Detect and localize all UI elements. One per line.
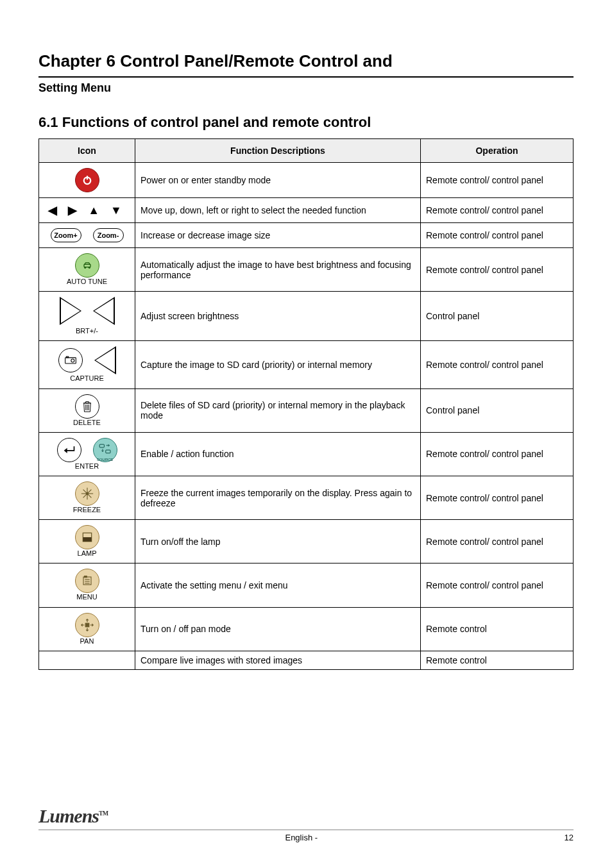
op-cell: Remote control: [421, 607, 574, 651]
autotune-label: AUTO TUNE: [42, 278, 132, 286]
op-cell: Remote control/ control panel: [421, 223, 574, 248]
func-cell: Increase or decrease image size: [135, 223, 421, 248]
icon-cell-lamp: LAMP: [39, 520, 135, 563]
op-cell: Remote control/ control panel: [421, 163, 574, 198]
chapter-title: Chapter 6 Control Panel/Remote Control a…: [38, 51, 574, 71]
op-cell: Remote control/ control panel: [421, 563, 574, 607]
func-cell: Capture the image to SD card (priority) …: [135, 341, 421, 388]
lamp-icon: [75, 525, 99, 549]
logo-text: Lumens: [38, 805, 99, 826]
icon-cell-enter: SOURCE ENTER: [39, 432, 135, 476]
svg-point-4: [89, 267, 90, 268]
func-cell: Compare live images with stored images: [135, 651, 421, 669]
svg-rect-21: [84, 576, 87, 578]
footer-rule: [38, 830, 574, 830]
col-operation: Operation: [421, 139, 574, 163]
icon-cell-power: [39, 163, 135, 198]
lamp-label: LAMP: [42, 549, 132, 558]
brightness-plus-icon: ☀: [60, 297, 81, 325]
op-cell: Remote control/ control panel: [421, 520, 574, 563]
func-cell: Adjust screen brightness: [135, 292, 421, 341]
enter-source-sub: SOURCE: [97, 458, 114, 462]
table-row: FREEZE Freeze the current images tempora…: [39, 476, 574, 519]
op-cell: Remote control: [421, 651, 574, 669]
func-cell: Turn on/off the lamp: [135, 520, 421, 563]
func-cell: Freeze the current images temporarily on…: [135, 476, 421, 519]
svg-rect-19: [83, 537, 91, 542]
icon-cell-arrows: ◀ ▶ ▲ ▼: [39, 198, 135, 223]
pan-icon: [75, 613, 99, 637]
capture-label: CAPTURE: [42, 374, 132, 383]
table-row: Power on or enter standby mode Remote co…: [39, 163, 574, 198]
chapter-rule: [38, 76, 574, 78]
brt-label: BRT+/-: [42, 327, 132, 335]
table-row: Compare live images with stored images R…: [39, 651, 574, 669]
table-row: Zoom+ Zoom- Increase or decrease image s…: [39, 223, 574, 248]
op-cell: Remote control/ control panel: [421, 341, 574, 388]
icon-cell-capture: 📷 CAPTURE: [39, 341, 135, 388]
freeze-label: FREEZE: [42, 506, 132, 514]
icon-cell-pan: PAN: [39, 607, 135, 651]
power-icon: [75, 168, 99, 192]
capture-circle-icon: [58, 348, 83, 372]
svg-point-6: [71, 359, 74, 362]
zoom-minus-icon: Zoom-: [93, 228, 124, 242]
enter-source-icon: SOURCE: [93, 438, 117, 462]
col-function: Function Descriptions: [135, 139, 421, 163]
svg-rect-11: [99, 444, 104, 447]
table-row: LAMP Turn on/off the lamp Remote control…: [39, 520, 574, 563]
svg-point-17: [86, 492, 89, 495]
svg-point-3: [84, 267, 85, 268]
arrow-icons: ◀ ▶ ▲ ▼: [48, 204, 126, 217]
op-cell: Control panel: [421, 292, 574, 341]
table-row: ☀ ☼ BRT+/- Adjust screen brightness Cont…: [39, 292, 574, 341]
table-row: PAN Turn on / off pan mode Remote contro…: [39, 607, 574, 651]
col-icon: Icon: [39, 139, 135, 163]
func-cell: Turn on / off pan mode: [135, 607, 421, 651]
icon-cell-zoom: Zoom+ Zoom-: [39, 223, 135, 248]
table-header-row: Icon Function Descriptions Operation: [39, 139, 574, 163]
menu-label: MENU: [42, 593, 132, 601]
lumens-logo: LumensTM: [38, 805, 108, 827]
table-row: ◀ ▶ ▲ ▼ Move up, down, left or right to …: [39, 198, 574, 223]
icon-cell-pbp: [39, 651, 135, 669]
func-cell: Delete files of SD card (priority) or in…: [135, 388, 421, 432]
op-cell: Control panel: [421, 388, 574, 432]
logo-tm: TM: [99, 810, 108, 817]
icon-cell-menu: MENU: [39, 563, 135, 607]
op-cell: Remote control/ control panel: [421, 432, 574, 476]
capture-triangle-icon: 📷: [94, 346, 116, 374]
pan-label: PAN: [42, 637, 132, 646]
snowflake-icon: [75, 481, 99, 506]
svg-rect-25: [85, 623, 89, 627]
brightness-minus-icon: ☼: [93, 297, 115, 325]
icon-cell-autotune: AUTO TUNE: [39, 248, 135, 292]
chapter-subtitle-row: Setting Menu: [38, 81, 574, 95]
op-cell: Remote control/ control panel: [421, 248, 574, 292]
func-cell: Enable / action function: [135, 432, 421, 476]
section-title: 6.1 Functions of control panel and remot…: [38, 114, 574, 131]
svg-rect-12: [105, 450, 110, 453]
zoom-plus-icon: Zoom+: [51, 228, 81, 242]
op-cell: Remote control/ control panel: [421, 198, 574, 223]
func-cell: Move up, down, left or right to select t…: [135, 198, 421, 223]
page-number: 12: [565, 833, 574, 842]
table-row: AUTO TUNE Automatically adjust the image…: [39, 248, 574, 292]
menu-icon: [75, 569, 99, 593]
func-cell: Automatically adjust the image to have b…: [135, 248, 421, 292]
page-footer: LumensTM English - 12: [38, 805, 574, 842]
enter-plain-icon: [57, 438, 81, 462]
trash-icon: [75, 394, 99, 419]
function-table: Icon Function Descriptions Operation Pow…: [38, 138, 574, 670]
func-cell: Activate the setting menu / exit menu: [135, 563, 421, 607]
icon-cell-delete: DELETE: [39, 388, 135, 432]
footer-language: English -: [285, 833, 318, 842]
enter-label: ENTER: [42, 462, 132, 471]
autotune-icon: [75, 253, 99, 278]
func-cell: Power on or enter standby mode: [135, 163, 421, 198]
table-row: MENU Activate the setting menu / exit me…: [39, 563, 574, 607]
svg-rect-7: [66, 357, 68, 358]
chapter-subtitle-left: Setting Menu: [38, 81, 111, 95]
delete-label: DELETE: [42, 419, 132, 427]
icon-cell-brt: ☀ ☼ BRT+/-: [39, 292, 135, 341]
